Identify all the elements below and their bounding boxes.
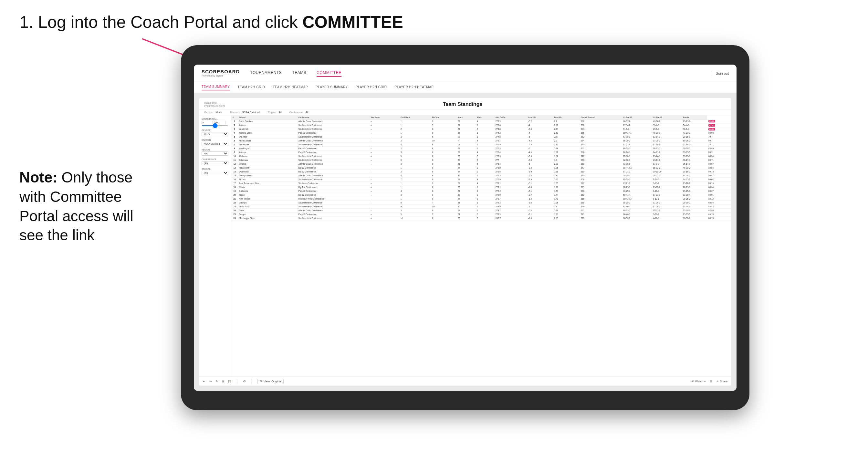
sign-out-area: | Sign out bbox=[710, 70, 729, 76]
note-box: Note: Only those with Committee Portal a… bbox=[20, 168, 142, 245]
panel-title: Team Standings bbox=[225, 101, 700, 107]
sub-nav-team-h2h-heatmap[interactable]: TEAM H2H HEATMAP bbox=[273, 84, 308, 90]
table-row: 19CaliforniaPac-12 Conference–48242278.2… bbox=[231, 189, 731, 193]
table-row: 13Texas TechBig 12 Conference–19272276.9… bbox=[231, 166, 731, 169]
sign-out-button[interactable]: Sign out bbox=[716, 71, 729, 75]
conference-filter: Conference (All) bbox=[202, 158, 228, 165]
gender-filter-display: Gender: Men's bbox=[204, 111, 222, 114]
table-row: 9ArizonaPac-12 Conference–38234276.4-4.6… bbox=[231, 150, 731, 154]
view-original-button[interactable]: 👁 View: Original bbox=[257, 379, 284, 384]
content-panel: Update time: 27/03/2024 16:56:26 Team St… bbox=[199, 98, 731, 385]
conference-filter-display: Conference: All bbox=[289, 111, 309, 114]
col-low-rd: Low RD. bbox=[553, 115, 580, 120]
step-instruction: 1. Log into the Coach Portal and click C… bbox=[20, 12, 403, 32]
main-content: Update time: 27/03/2024 16:56:26 Team St… bbox=[194, 93, 737, 391]
division-filter-display: Division: NCAA Division I bbox=[230, 111, 260, 114]
update-time-area: Update time: 27/03/2024 16:56:26 bbox=[204, 101, 225, 108]
division-value: NCAA Division I bbox=[242, 111, 260, 114]
gender-select[interactable]: Men's bbox=[202, 132, 228, 136]
gender-value: Men's bbox=[215, 111, 222, 114]
view-icon: 👁 bbox=[260, 380, 262, 383]
sub-nav-team-summary[interactable]: TEAM SUMMARY bbox=[202, 84, 230, 90]
table-row: 26Mississippi StateSoutheastern Conferen… bbox=[231, 216, 731, 220]
table-area: # School Conference Reg Rank Conf Rank N… bbox=[231, 115, 731, 377]
conference-select[interactable]: (All) bbox=[202, 161, 228, 165]
col-conf-rank: Conf Rank bbox=[399, 115, 431, 120]
col-reg-rank: Reg Rank bbox=[370, 115, 399, 120]
bottom-toolbar: ↩ ↪ ↻ ⎘ 📋 | ⏱ | 👁 View: Original 👁 bbox=[199, 377, 731, 385]
rounds-slider[interactable] bbox=[202, 125, 228, 126]
region-filter: Region N/A bbox=[202, 149, 228, 156]
top-nav: SCOREBOARD Powered by clippd TOURNAMENTS… bbox=[194, 65, 737, 82]
sub-nav-player-summary[interactable]: PLAYER SUMMARY bbox=[316, 84, 348, 90]
copy-button[interactable]: ⎘ bbox=[222, 380, 224, 383]
col-no-tour: No Tour bbox=[431, 115, 457, 120]
sub-nav: TEAM SUMMARY TEAM H2H GRID TEAM H2H HEAT… bbox=[194, 82, 737, 93]
watch-button[interactable]: 👁 Watch ▾ bbox=[691, 380, 706, 383]
sub-nav-player-h2h-grid[interactable]: PLAYER H2H GRID bbox=[356, 84, 387, 90]
logo-area: SCOREBOARD Powered by clippd bbox=[202, 69, 240, 77]
logo-powered: Powered by clippd bbox=[202, 74, 240, 77]
panel-header: Update time: 27/03/2024 16:56:26 Team St… bbox=[199, 98, 731, 110]
table-row: 16FloridaSoutheastern Conference–7924427… bbox=[231, 177, 731, 181]
nav-tournaments[interactable]: TOURNAMENTS bbox=[250, 69, 282, 77]
table-row: 2AuburnSoutheastern Conference–19276273.… bbox=[231, 123, 731, 127]
table-row: 11ArkansasSoutheastern Conference–682382… bbox=[231, 158, 731, 162]
col-overall: Overall Record bbox=[580, 115, 622, 120]
clock-button[interactable]: ⏱ bbox=[243, 380, 246, 383]
region-value: All bbox=[279, 111, 282, 114]
table-row: 24DukeAtlantic Coast Conference–59271278… bbox=[231, 208, 731, 212]
step-text: Log into the Coach Portal and click bbox=[38, 12, 302, 31]
note-label: Note: bbox=[20, 169, 58, 186]
table-row: 18IllinoisBig Ten Conference–18231279.1-… bbox=[231, 185, 731, 189]
col-vs-top50: Vs Top 50 bbox=[652, 115, 682, 120]
filter-row: Gender: Men's Division: NCAA Division I … bbox=[199, 110, 731, 115]
region-select[interactable]: N/A bbox=[202, 152, 228, 156]
eye-icon: 👁 bbox=[691, 380, 694, 383]
step-bold: COMMITTEE bbox=[302, 12, 403, 31]
update-time-label: Update time: bbox=[204, 101, 225, 105]
gender-filter: Gender Men's bbox=[202, 129, 228, 136]
school-filter: School (All) bbox=[202, 168, 228, 175]
view-original-label: View: Original bbox=[264, 380, 281, 383]
col-rank: # bbox=[231, 115, 238, 120]
watch-chevron: ▾ bbox=[704, 380, 706, 383]
table-row: 14OklahomaBig 12 Conference–29242276.6-3… bbox=[231, 169, 731, 174]
school-select[interactable]: (All) bbox=[202, 171, 228, 175]
nav-teams[interactable]: TEAMS bbox=[292, 69, 306, 77]
table-row: 17East Tennessee StateSouthern Conferenc… bbox=[231, 181, 731, 185]
undo-button[interactable]: ↩ bbox=[203, 380, 206, 383]
table-row: 1North CarolinaAtlantic Coast Conference… bbox=[231, 119, 731, 123]
share-button[interactable]: ↗ Share bbox=[716, 380, 727, 383]
nav-items: TOURNAMENTS TEAMS COMMITTEE bbox=[250, 69, 710, 77]
table-row: 3VanderbiltSoutheastern Conference–28246… bbox=[231, 127, 731, 131]
table-row: 23Texas A&MSoutheastern Conference–91030… bbox=[231, 205, 731, 208]
conference-value: All bbox=[306, 111, 309, 114]
content-body: Minimum Rou... Gender Men's bbox=[199, 115, 731, 377]
table-row: 12VirginiaAtlantic Coast Conference–3821… bbox=[231, 162, 731, 166]
table-row: 4Arizona StatePac-12 Conference–18261274… bbox=[231, 131, 731, 135]
share-label: Share bbox=[720, 380, 727, 383]
table-row: 21New MexicoMountain West Conference–192… bbox=[231, 197, 731, 200]
table-header-row: # School Conference Reg Rank Conf Rank N… bbox=[231, 115, 731, 120]
table-row: 25OregonPac-12 Conference–57210278.5-3.1… bbox=[231, 212, 731, 216]
nav-committee[interactable]: COMMITTEE bbox=[317, 69, 341, 77]
sidebar-filters: Minimum Rou... Gender Men's bbox=[199, 115, 231, 377]
table-row: 5Ole MissSoutheastern Conference–3618127… bbox=[231, 135, 731, 138]
division-select[interactable]: NCAA Division I bbox=[202, 142, 228, 146]
logo-scoreboard: SCOREBOARD bbox=[202, 69, 240, 74]
table-row: 10AlabamaSoutheastern Conference–5823327… bbox=[231, 154, 731, 158]
screenshot-button[interactable]: ⊞ bbox=[710, 380, 712, 383]
sub-nav-player-h2h-heatmap[interactable]: PLAYER H2H HEATMAP bbox=[395, 84, 434, 90]
paste-button[interactable]: 📋 bbox=[228, 380, 231, 383]
col-avg-sg: Avg. SG bbox=[527, 115, 553, 120]
col-adj-par: Adj. To Par bbox=[494, 115, 527, 120]
redo-button[interactable]: ↪ bbox=[209, 380, 212, 383]
min-rounds-filter: Minimum Rou... bbox=[202, 118, 228, 127]
sub-nav-team-h2h-grid[interactable]: TEAM H2H GRID bbox=[238, 84, 265, 90]
table-row: 7TennesseeSoutheastern Conference–461822… bbox=[231, 143, 731, 146]
refresh-button[interactable]: ↻ bbox=[216, 380, 218, 383]
col-rnds: Rnds bbox=[457, 115, 475, 120]
region-filter-display: Region: All bbox=[268, 111, 282, 114]
table-row: 6Florida StateAtlantic Coast Conference–… bbox=[231, 138, 731, 143]
